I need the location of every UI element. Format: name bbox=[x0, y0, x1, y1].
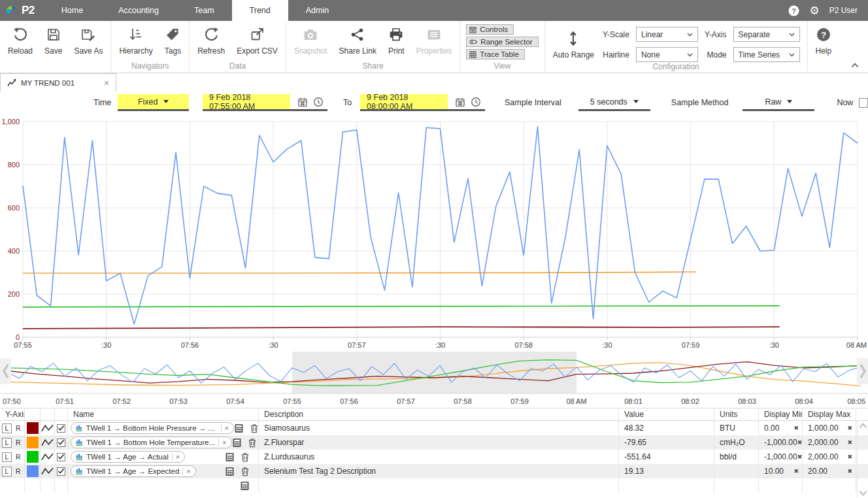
export-csv-button[interactable]: Export CSV bbox=[231, 21, 284, 61]
line-style-icon[interactable] bbox=[41, 423, 54, 433]
user-name[interactable]: P2 User bbox=[829, 6, 858, 15]
tag-chip[interactable]: TWell 1 → Bottom Hole Pressure → Act...× bbox=[71, 422, 234, 434]
trash-icon[interactable] bbox=[241, 452, 250, 462]
display-max-value[interactable]: 1,000.00 bbox=[808, 423, 839, 433]
tag-chip-remove-icon[interactable]: × bbox=[221, 424, 229, 432]
clear-min-icon[interactable]: ✖ bbox=[793, 468, 799, 474]
print-button[interactable]: Print bbox=[382, 21, 410, 61]
ribbon-help-button[interactable]: ? Help bbox=[810, 21, 838, 61]
to-calendar-icon[interactable] bbox=[452, 97, 468, 107]
display-min-value[interactable]: -1,000.00 bbox=[764, 452, 797, 461]
from-calendar-icon[interactable] bbox=[295, 97, 310, 107]
save-as-button[interactable]: Save As bbox=[68, 21, 108, 61]
tag-chip-remove-icon[interactable]: × bbox=[218, 439, 226, 446]
save-button[interactable]: Save bbox=[39, 21, 68, 61]
nav-item-team[interactable]: Team bbox=[176, 0, 232, 21]
to-date-input[interactable]: 9 Feb 2018 08:00:00 AM bbox=[360, 94, 448, 109]
display-min-value[interactable]: 0.00 bbox=[764, 423, 779, 433]
trace-color-swatch[interactable] bbox=[27, 451, 39, 463]
tag-chip[interactable]: TWell 1 → Age → Actual× bbox=[71, 451, 185, 463]
table-scrollbar[interactable] bbox=[857, 421, 868, 498]
help-icon[interactable]: ? bbox=[788, 5, 799, 16]
axis-left-button[interactable]: L bbox=[2, 438, 12, 448]
axis-right-button[interactable]: R bbox=[16, 439, 21, 446]
tab-my-trend-001[interactable]: MY TREND 001 × bbox=[0, 73, 116, 91]
toggle-trace-table[interactable]: Trace Table bbox=[466, 49, 524, 59]
clear-min-icon[interactable]: ✖ bbox=[797, 454, 803, 460]
visible-checkbox[interactable] bbox=[57, 453, 65, 461]
auto-range-button[interactable]: Auto Range bbox=[547, 25, 600, 59]
sample-interval-dropdown[interactable]: 5 seconds bbox=[578, 94, 650, 111]
axis-right-button[interactable]: R bbox=[16, 467, 21, 475]
range-selector-chart[interactable]: 07:5007:5107:5207:5307:5407:5507:5607:57… bbox=[0, 350, 868, 408]
clear-max-icon[interactable]: ✖ bbox=[847, 454, 852, 460]
p2-logo[interactable]: P2 bbox=[0, 0, 44, 21]
hierarchy-button[interactable]: Hierarchy bbox=[113, 21, 158, 61]
sample-method-dropdown[interactable]: Raw bbox=[743, 94, 814, 111]
gear-icon[interactable]: ⚙ bbox=[809, 5, 819, 16]
share-link-button[interactable]: Share Link bbox=[333, 21, 382, 61]
trace-color-swatch[interactable] bbox=[27, 465, 39, 477]
nav-item-home[interactable]: Home bbox=[44, 0, 101, 21]
collapse-ribbon-icon[interactable] bbox=[851, 63, 859, 68]
axis-left-button[interactable]: L bbox=[2, 467, 12, 476]
time-mode-dropdown[interactable]: Fixed bbox=[118, 94, 189, 111]
calculator-icon[interactable] bbox=[234, 423, 244, 433]
clear-max-icon[interactable]: ✖ bbox=[847, 439, 852, 446]
trash-icon[interactable] bbox=[248, 438, 257, 448]
toggle-controls[interactable]: Controls bbox=[466, 24, 514, 35]
clear-max-icon[interactable]: ✖ bbox=[847, 468, 852, 474]
from-clock-icon[interactable] bbox=[310, 97, 326, 107]
line-style-icon[interactable] bbox=[41, 438, 54, 447]
nav-item-trend[interactable]: Trend bbox=[232, 0, 288, 21]
visible-checkbox[interactable] bbox=[57, 467, 65, 476]
y-scale-select[interactable]: Linear bbox=[636, 27, 698, 42]
calculator-icon[interactable] bbox=[225, 467, 235, 476]
hairline-select[interactable]: None bbox=[636, 47, 698, 62]
line-style-icon[interactable] bbox=[41, 467, 54, 476]
axis-right-button[interactable]: R bbox=[16, 453, 21, 461]
range-selection-region[interactable] bbox=[292, 352, 576, 393]
clear-max-icon[interactable]: ✖ bbox=[847, 425, 852, 431]
now-checkbox[interactable] bbox=[859, 98, 868, 108]
range-right-handle[interactable] bbox=[857, 358, 868, 384]
tab-close-icon[interactable]: × bbox=[104, 78, 109, 88]
trash-icon[interactable] bbox=[241, 467, 250, 476]
trace-color-swatch[interactable] bbox=[27, 422, 39, 434]
main-trend-chart[interactable]: 02004006008001,00007:55:3007:56:3007:57:… bbox=[0, 114, 868, 350]
toggle-range-selector[interactable]: Range Selector bbox=[466, 37, 538, 47]
calculator-icon[interactable] bbox=[232, 438, 242, 448]
range-left-handle[interactable] bbox=[0, 358, 11, 384]
clear-min-icon[interactable]: ✖ bbox=[797, 439, 803, 446]
display-min-value[interactable]: -1,000.00 bbox=[764, 438, 797, 447]
visible-checkbox[interactable] bbox=[57, 424, 65, 433]
to-clock-icon[interactable] bbox=[468, 97, 484, 107]
trash-icon[interactable] bbox=[250, 423, 259, 433]
clear-min-icon[interactable]: ✖ bbox=[793, 425, 799, 431]
tags-button[interactable]: Tags bbox=[159, 21, 187, 61]
scroll-up-icon[interactable] bbox=[859, 423, 867, 429]
reload-button[interactable]: Reload bbox=[2, 21, 39, 61]
axis-left-button[interactable]: L bbox=[2, 452, 12, 462]
from-date-input[interactable]: 9 Feb 2018 07:55:00 AM bbox=[203, 94, 290, 109]
y-axis-select[interactable]: Separate bbox=[733, 27, 800, 42]
tag-chip[interactable]: TWell 1 → Age → Expected× bbox=[71, 465, 196, 477]
nav-item-admin[interactable]: Admin bbox=[288, 0, 346, 21]
display-max-value[interactable]: 2,000.00 bbox=[808, 438, 839, 447]
axis-right-button[interactable]: R bbox=[16, 424, 21, 432]
tag-chip-remove-icon[interactable]: × bbox=[172, 453, 180, 461]
line-style-icon[interactable] bbox=[41, 452, 54, 461]
visible-checkbox[interactable] bbox=[57, 439, 65, 447]
display-min-value[interactable]: 10.00 bbox=[764, 467, 784, 476]
display-max-value[interactable]: 20.00 bbox=[808, 467, 827, 476]
calculator-icon[interactable] bbox=[225, 452, 235, 462]
scroll-down-icon[interactable] bbox=[859, 490, 867, 496]
mode-select[interactable]: Time Series bbox=[733, 47, 800, 62]
calculator-icon[interactable] bbox=[240, 481, 250, 491]
tag-chip-remove-icon[interactable]: × bbox=[182, 467, 190, 475]
refresh-button[interactable]: Refresh bbox=[192, 21, 231, 61]
trace-color-swatch[interactable] bbox=[27, 437, 39, 448]
display-max-value[interactable]: 2,000.00 bbox=[808, 452, 839, 461]
axis-left-button[interactable]: L bbox=[2, 423, 12, 433]
tag-chip[interactable]: TWell 1 → Bottom Hole Temperature...× bbox=[71, 437, 232, 448]
